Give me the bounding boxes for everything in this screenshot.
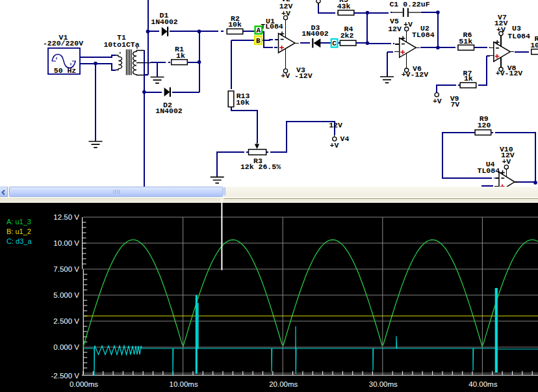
svg-text:V4: V4 [340, 135, 350, 143]
svg-text:1N4002: 1N4002 [151, 18, 178, 26]
svg-text:TL084: TL084 [412, 31, 435, 39]
svg-text:C1 0.22uF: C1 0.22uF [389, 0, 429, 8]
svg-text:+V -12V: +V -12V [281, 72, 312, 80]
svg-text:30.00ms: 30.00ms [369, 380, 398, 388]
svg-text:1k: 1k [176, 51, 185, 60]
svg-text:+V: +V [281, 9, 290, 18]
svg-text:+V: +V [502, 157, 511, 166]
svg-text:C: d3_a: C: d3_a [6, 237, 32, 245]
svg-text:10k: 10k [236, 98, 250, 107]
svg-text:2.500 V: 2.500 V [53, 317, 79, 325]
svg-text:51k: 51k [459, 37, 472, 46]
svg-text:0.000 V: 0.000 V [53, 343, 79, 351]
svg-text:A: A [257, 27, 261, 34]
svg-text:-2.500 V: -2.500 V [51, 372, 80, 380]
svg-text:A: u1_3: A: u1_3 [6, 218, 31, 226]
svg-text:+V-12V: +V-12V [496, 69, 523, 77]
svg-text:12V: 12V [329, 121, 342, 129]
svg-text:10to1CTa: 10to1CTa [103, 40, 139, 49]
svg-text:10k: 10k [228, 20, 242, 29]
svg-text:7.500 V: 7.500 V [53, 265, 79, 273]
svg-text:0.000ms: 0.000ms [70, 380, 98, 388]
svg-text:-220/220V: -220/220V [43, 39, 83, 47]
svg-text:B: B [256, 37, 261, 45]
svg-text:12.50 V: 12.50 V [53, 213, 79, 221]
svg-text:50 Hz: 50 Hz [54, 66, 77, 75]
svg-text:+V: +V [404, 20, 413, 29]
svg-text:12k 26.5%: 12k 26.5% [240, 163, 281, 171]
svg-text:120: 120 [478, 121, 491, 129]
svg-text:1k: 1k [464, 74, 473, 83]
svg-text:C: C [332, 40, 337, 47]
svg-text:TL084: TL084 [261, 22, 283, 31]
svg-text:+V: +V [496, 25, 506, 34]
svg-text:10.00 V: 10.00 V [53, 239, 79, 247]
svg-text:V2: V2 [281, 0, 290, 3]
svg-text:B: u1_2: B: u1_2 [6, 228, 31, 235]
svg-text:10.00ms: 10.00ms [170, 380, 198, 388]
svg-text:+V: +V [433, 97, 442, 105]
svg-text:10k: 10k [530, 41, 538, 49]
svg-text:7V: 7V [450, 100, 459, 109]
svg-text:+V-12V: +V-12V [402, 70, 429, 79]
svg-text:1N4002: 1N4002 [155, 107, 183, 115]
svg-text:R5: R5 [339, 0, 348, 4]
svg-text:TL084: TL084 [478, 166, 500, 175]
svg-text:TL084: TL084 [507, 32, 530, 40]
svg-text:V5: V5 [390, 17, 399, 25]
svg-text:20.00ms: 20.00ms [269, 380, 298, 388]
svg-text:5.000 V: 5.000 V [53, 291, 79, 299]
svg-text:1N4002: 1N4002 [301, 29, 329, 38]
svg-text:40.00ms: 40.00ms [468, 380, 497, 388]
svg-text:12V: 12V [388, 25, 402, 33]
svg-text:+V: +V [330, 141, 339, 150]
svg-text:2k2: 2k2 [340, 31, 354, 40]
